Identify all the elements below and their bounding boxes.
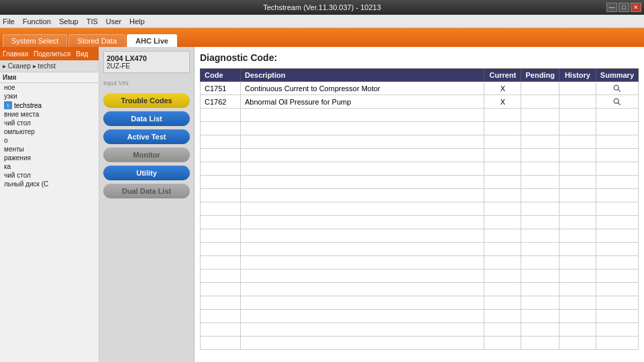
monitor-button[interactable]: Monitor [103, 147, 190, 162]
cell-empty [241, 323, 484, 337]
trouble-codes-button[interactable]: Trouble Codes [103, 93, 190, 108]
tab-system-select[interactable]: System Select [3, 34, 67, 47]
sidebar-item-file[interactable]: t techstrea [0, 101, 99, 110]
cell-empty [201, 162, 241, 176]
cell-empty [484, 243, 521, 256]
cell-empty [484, 296, 521, 310]
window-controls[interactable]: — □ ✕ [606, 3, 641, 12]
cell-summary[interactable] [596, 82, 638, 95]
cell-empty [521, 323, 559, 337]
cell-empty [596, 337, 638, 350]
cell-empty [596, 122, 638, 135]
cell-empty [596, 189, 638, 202]
cell-empty [484, 135, 521, 149]
cell-code: C1751 [201, 82, 241, 95]
cell-pending [521, 82, 559, 95]
sidebar-item-6[interactable]: о [0, 136, 99, 145]
sidebar-item-7[interactable]: менты [0, 145, 99, 154]
tab-stored-data[interactable]: Stored Data [68, 34, 125, 47]
cell-empty [201, 149, 241, 162]
sidebar-item-0[interactable]: ное [0, 83, 99, 92]
data-list-button[interactable]: Data List [103, 111, 190, 126]
cell-empty [201, 296, 241, 310]
diagnostic-table: Code Description Current Pending History… [200, 68, 639, 350]
cell-description: Abnormal Oil Pressure for Pump [241, 95, 484, 109]
cell-empty [241, 162, 484, 176]
window-title: Techstream (Ver.11.30.037) - 10213 [263, 3, 381, 11]
table-row-empty [201, 216, 639, 229]
tab-ahc-live[interactable]: AHC Live [127, 34, 177, 47]
cell-empty [201, 256, 241, 269]
cell-empty [201, 189, 241, 202]
cell-empty [201, 269, 241, 283]
cell-empty [201, 310, 241, 323]
sidebar-item-4[interactable]: чий стол [0, 119, 99, 127]
table-row: C1762Abnormal Oil Pressure for PumpX [201, 95, 639, 109]
cell-empty [201, 283, 241, 296]
search-icon[interactable] [600, 97, 634, 107]
input-vin-label: Input VIN [103, 80, 190, 86]
menu-help[interactable]: Help [129, 17, 145, 25]
sidebar-item-1[interactable]: узки [0, 92, 99, 101]
vehicle-engine: 2UZ-FE [107, 62, 186, 70]
cell-empty [241, 310, 484, 323]
sidebar-item-5[interactable]: омпьютер [0, 127, 99, 136]
cell-empty [521, 283, 559, 296]
sidebar: Главная Поделиться Вид ▸ Сканер ▸ techst… [0, 47, 99, 362]
table-row-empty [201, 323, 639, 337]
cell-empty [559, 337, 596, 350]
close-button[interactable]: ✕ [631, 3, 641, 12]
menu-function[interactable]: Function [23, 17, 51, 25]
cell-empty [521, 216, 559, 229]
cell-history [559, 82, 596, 95]
table-row-empty [201, 296, 639, 310]
cell-empty [596, 269, 638, 283]
cell-empty [201, 202, 241, 216]
sidebar-item-10[interactable]: чий стол [0, 171, 99, 180]
cell-empty [201, 122, 241, 135]
header-history: History [559, 69, 596, 82]
cell-empty [559, 216, 596, 229]
table-row-empty [201, 176, 639, 189]
utility-button[interactable]: Utility [103, 166, 190, 180]
cell-empty [559, 176, 596, 189]
header-current: Current [484, 69, 521, 82]
cell-empty [484, 162, 521, 176]
cell-summary[interactable] [596, 95, 638, 109]
cell-empty [596, 149, 638, 162]
cell-empty [596, 176, 638, 189]
cell-empty [484, 256, 521, 269]
cell-empty [559, 202, 596, 216]
cell-empty [241, 109, 484, 122]
cell-empty [559, 135, 596, 149]
cell-empty [521, 269, 559, 283]
menu-bar: File Function Setup TIS User Help [0, 15, 644, 28]
sidebar-link-view[interactable]: Вид [76, 50, 88, 58]
search-icon[interactable] [600, 84, 634, 93]
sidebar-link-share[interactable]: Поделиться [34, 50, 70, 58]
cell-empty [241, 283, 484, 296]
header-summary: Summary [596, 69, 638, 82]
left-panel: 2004 LX470 2UZ-FE Input VIN Trouble Code… [99, 47, 195, 362]
cell-empty [201, 135, 241, 149]
sidebar-item-9[interactable]: ка [0, 162, 99, 171]
sidebar-link-home[interactable]: Главная [3, 50, 28, 58]
cell-empty [559, 189, 596, 202]
cell-empty [241, 135, 484, 149]
cell-empty [484, 122, 521, 135]
cell-empty [596, 323, 638, 337]
cell-empty [521, 202, 559, 216]
menu-tis[interactable]: TIS [87, 17, 98, 25]
menu-file[interactable]: File [3, 17, 15, 25]
minimize-button[interactable]: — [606, 3, 617, 12]
sidebar-item-3[interactable]: вние места [0, 110, 99, 119]
active-test-button[interactable]: Active Test [103, 129, 190, 144]
table-row-empty [201, 256, 639, 269]
sidebar-item-11[interactable]: льный диск (С [0, 180, 99, 188]
menu-user[interactable]: User [106, 17, 121, 25]
menu-setup[interactable]: Setup [59, 17, 78, 25]
header-pending: Pending [521, 69, 559, 82]
maximize-button[interactable]: □ [619, 3, 629, 12]
dual-data-list-button[interactable]: Dual Data List [103, 184, 190, 198]
sidebar-item-8[interactable]: ражения [0, 154, 99, 162]
